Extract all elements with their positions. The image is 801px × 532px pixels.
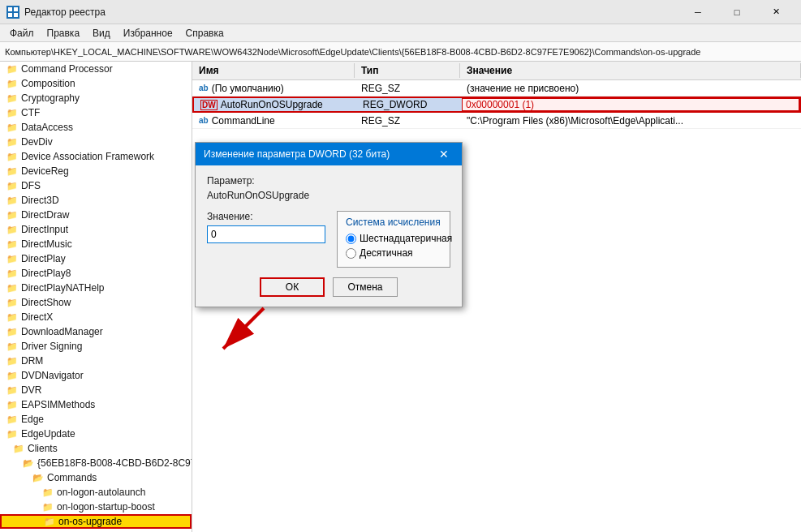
number-system-group: Система исчисления Шестнадцатеричная Дес… [337,211,450,268]
tree-item-directplay8[interactable]: 📁 DirectPlay8 [0,266,192,281]
folder-icon: 📁 [6,298,18,308]
folder-icon: 📁 [6,93,18,104]
folder-icon: 📁 [6,181,18,191]
folder-icon: 📁 [6,239,18,250]
dword-edit-dialog: Изменение параметра DWORD (32 бита) ✕ Па… [195,142,463,307]
folder-icon: 📁 [6,371,18,381]
tree-item-composition[interactable]: 📁 Composition [0,76,192,91]
param-label: Параметр: [207,175,450,187]
tree-item-directplaynathelp[interactable]: 📁 DirectPlayNATHelp [0,281,192,295]
folder-icon: 📁 [44,517,55,527]
menu-favorites[interactable]: Избранное [117,26,179,41]
svg-rect-0 [8,7,12,11]
tree-item-driver-signing[interactable]: 📁 Driver Signing [0,339,192,354]
tree-item-edgeupdate[interactable]: 📁 EdgeUpdate [0,427,192,441]
header-value: Значение [460,63,801,78]
app-icon [6,6,19,19]
dialog-close-button[interactable]: ✕ [434,145,454,163]
registry-row-autorun[interactable]: DW AutoRunOnOSUpgrade REG_DWORD 0x000000… [192,97,801,113]
radio-group-number-system: Система исчисления Шестнадцатеричная Дес… [337,211,450,268]
menu-file[interactable]: Файл [3,26,41,41]
radio-dec-input[interactable] [346,248,356,259]
folder-icon: 📁 [6,166,18,177]
folder-icon: 📁 [6,283,18,294]
tree-item-on-logon-autolaunch[interactable]: 📁 on-logon-autolaunch [0,485,192,500]
cell-type-autorun: REG_DWORD [356,98,462,111]
tree-item-direct3d[interactable]: 📁 Direct3D [0,193,192,208]
registry-row-commandline[interactable]: ab CommandLine REG_SZ "C:\Program Files … [192,113,801,129]
close-button[interactable]: ✕ [757,0,795,24]
maximize-button[interactable]: □ [718,0,756,24]
folder-icon: 📁 [6,414,18,425]
folder-icon: 📁 [42,487,54,498]
tree-item-device-association[interactable]: 📁 Device Association Framework [0,149,192,164]
registry-row-default[interactable]: ab (По умолчанию) REG_SZ (значение не пр… [192,80,801,97]
menu-help[interactable]: Справка [179,26,230,41]
tree-item-directmusic[interactable]: 📁 DirectMusic [0,237,192,251]
folder-icon: 📁 [6,312,18,323]
tree-item-clients[interactable]: 📁 Clients [0,441,192,456]
folder-open-icon: 📂 [23,458,34,469]
folder-icon: 📁 [6,225,18,235]
minimize-button[interactable]: ─ [679,0,717,24]
title-bar: Редактор реестра ─ □ ✕ [0,0,801,24]
cell-name-default: ab (По умолчанию) [192,82,355,95]
tree-item-devdiv[interactable]: 📁 DevDiv [0,135,192,149]
tree-item-dataaccess[interactable]: 📁 DataAccess [0,120,192,135]
svg-rect-1 [14,7,18,11]
address-bar: Компьютер\HKEY_LOCAL_MACHINE\SOFTWARE\WO… [0,42,801,62]
tree-item-dvdnavigator[interactable]: 📁 DVDNavigator [0,368,192,383]
tree-item-directx[interactable]: 📁 DirectX [0,310,192,324]
tree-item-downloadmanager[interactable]: 📁 DownloadManager [0,324,192,339]
tree-item-dvr[interactable]: 📁 DVR [0,383,192,397]
tree-item-devicereg[interactable]: 📁 DeviceReg [0,164,192,178]
tree-item-directdraw[interactable]: 📁 DirectDraw [0,208,192,222]
tree-item-guid[interactable]: 📂 {56EB18F8-B008-4CBD-B6D2-8C97F [0,456,192,470]
cell-type-default: REG_SZ [355,82,460,95]
tree-item-commands[interactable]: 📂 Commands [0,470,192,485]
tree-item-on-logon-startup-boost[interactable]: 📁 on-logon-startup-boost [0,500,192,514]
tree-item-directshow[interactable]: 📁 DirectShow [0,295,192,310]
cancel-button[interactable]: Отмена [333,277,398,297]
tree-item-edge[interactable]: 📁 Edge [0,412,192,427]
tree-item-directinput[interactable]: 📁 DirectInput [0,222,192,237]
folder-icon: 📁 [6,137,18,148]
value-row: Значение: Система исчисления Шестнадцате… [207,211,450,268]
folder-open-icon: 📂 [32,473,44,483]
tree-item-command-processor[interactable]: 📁 Command Processor [0,62,192,76]
cell-value-default: (значение не присвоено) [460,82,801,95]
ok-button[interactable]: ОК [260,277,325,297]
folder-icon: 📁 [6,254,18,264]
svg-rect-3 [14,13,18,17]
tree-item-dfs[interactable]: 📁 DFS [0,178,192,193]
radio-hex-input[interactable] [346,234,356,244]
tree-item-drm[interactable]: 📁 DRM [0,354,192,368]
folder-icon: 📁 [13,444,24,454]
number-system-title: Система исчисления [346,217,441,228]
folder-icon: 📁 [6,195,18,206]
menu-edit[interactable]: Правка [41,26,87,41]
radio-hex[interactable]: Шестнадцатеричная [346,233,441,244]
folder-icon: 📁 [6,400,18,410]
reg-type-icon-ab2: ab [199,116,209,125]
folder-icon: 📁 [6,79,18,89]
folder-icon: 📁 [6,429,18,440]
window-title: Редактор реестра [24,6,674,18]
dialog-body: Параметр: AutoRunOnOSUpgrade Значение: С… [196,165,462,307]
radio-decimal[interactable]: Десятичная [346,247,441,259]
tree-item-ctf[interactable]: 📁 CTF [0,105,192,120]
menu-bar: Файл Правка Вид Избранное Справка [0,24,801,42]
value-input[interactable] [207,225,325,243]
tree-item-on-os-upgrade[interactable]: 📁 on-os-upgrade [0,514,192,529]
tree-item-directplay[interactable]: 📁 DirectPlay [0,251,192,266]
tree-item-eapsimmethods[interactable]: 📁 EAPSIMMethods [0,397,192,412]
menu-view[interactable]: Вид [86,26,117,41]
dialog-buttons: ОК Отмена [207,277,450,297]
folder-icon: 📁 [6,385,18,396]
folder-icon: 📁 [6,356,18,367]
dialog-titlebar: Изменение параметра DWORD (32 бита) ✕ [196,143,462,165]
folder-icon: 📁 [6,122,18,133]
value-left: Значение: [207,211,325,268]
folder-icon: 📁 [6,327,18,337]
tree-item-cryptography[interactable]: 📁 Cryptography [0,91,192,105]
